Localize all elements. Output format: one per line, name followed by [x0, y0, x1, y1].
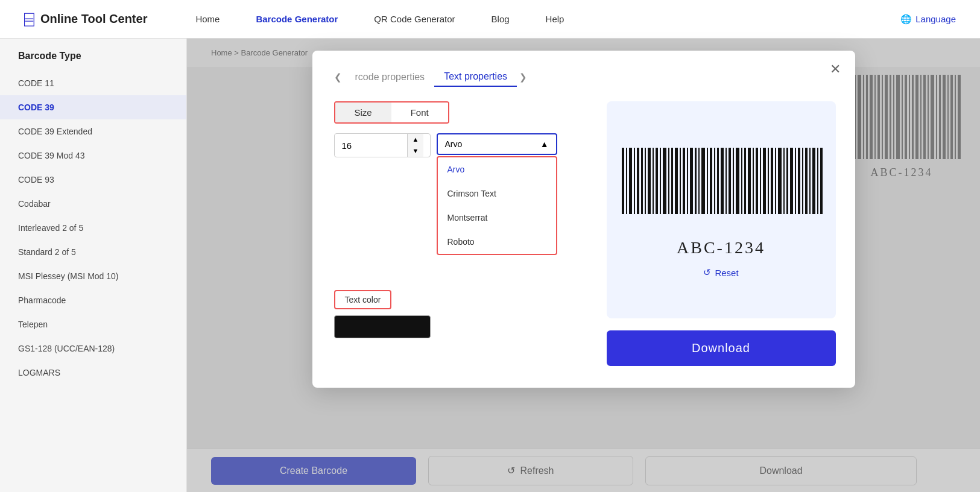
font-option-montserrat[interactable]: Montserrat: [438, 206, 556, 230]
svg-rect-52: [690, 148, 693, 214]
svg-rect-65: [741, 148, 742, 214]
subtab-font[interactable]: Font: [391, 102, 448, 122]
svg-rect-77: [786, 148, 788, 214]
globe-icon: 🌐: [900, 14, 912, 25]
main-layout: Barcode Type CODE 11 CODE 39 CODE 39 Ext…: [0, 39, 980, 492]
sidebar-item-telepen[interactable]: Telepen: [0, 312, 186, 336]
modal-overlay: ✕ ❮ rcode properties Text properties ❯ S…: [187, 39, 980, 492]
font-selected-label: Arvo: [445, 139, 463, 149]
sidebar-item-pharmacode[interactable]: Pharmacode: [0, 288, 186, 312]
svg-rect-42: [653, 148, 654, 214]
svg-rect-75: [778, 148, 782, 214]
svg-rect-39: [641, 148, 643, 214]
modal-close-button[interactable]: ✕: [830, 62, 841, 77]
sidebar-item-standard25[interactable]: Standard 2 of 5: [0, 240, 186, 264]
svg-rect-34: [622, 148, 624, 214]
svg-rect-53: [695, 148, 697, 214]
svg-rect-83: [809, 148, 811, 214]
prev-tab-arrow[interactable]: ❮: [334, 72, 342, 83]
svg-rect-58: [714, 148, 715, 214]
sidebar-title: Barcode Type: [0, 51, 186, 71]
font-select-header[interactable]: Arvo ▲: [437, 133, 557, 155]
nav-barcode-generator[interactable]: Barcode Generator: [256, 14, 338, 24]
size-input[interactable]: [335, 136, 407, 156]
nav-blog[interactable]: Blog: [492, 14, 510, 24]
size-down-button[interactable]: ▼: [408, 145, 424, 157]
size-up-button[interactable]: ▲: [408, 134, 424, 145]
svg-rect-38: [637, 148, 639, 214]
sidebar-item-codabar[interactable]: Codabar: [0, 192, 186, 216]
modal: ✕ ❮ rcode properties Text properties ❯ S…: [312, 51, 855, 388]
modal-tabs: ❮ rcode properties Text properties ❯: [334, 68, 833, 87]
svg-rect-48: [675, 148, 678, 214]
svg-rect-67: [748, 148, 751, 214]
reset-button[interactable]: ↺ Reset: [703, 267, 738, 278]
nav-help[interactable]: Help: [546, 14, 564, 24]
svg-rect-73: [771, 148, 773, 214]
font-dropdown: Arvo ▲ Arvo Crimson Text Montserrat Robo…: [437, 133, 557, 255]
svg-rect-60: [721, 148, 724, 214]
svg-rect-66: [744, 148, 746, 214]
color-swatch[interactable]: [334, 315, 431, 338]
svg-rect-55: [701, 148, 705, 214]
svg-rect-82: [805, 148, 808, 214]
font-option-crimson[interactable]: Crimson Text: [438, 181, 556, 206]
modal-right-panel: ABC-1234 ↺ Reset Download: [607, 101, 836, 366]
size-input-row: ▲ ▼ Arvo ▲ Arv: [334, 133, 587, 157]
svg-rect-86: [820, 148, 823, 214]
subtabs: Size Font: [334, 101, 449, 124]
svg-rect-56: [707, 148, 708, 214]
sidebar-item-code39mod43[interactable]: CODE 39 Mod 43: [0, 144, 186, 168]
svg-rect-54: [698, 148, 700, 214]
sidebar-item-interleaved[interactable]: Interleaved 2 of 5: [0, 216, 186, 240]
nav-home[interactable]: Home: [195, 14, 220, 24]
text-color-section: Text color: [334, 290, 587, 338]
logo-text: Online Tool Center: [40, 12, 147, 26]
reset-icon: ↺: [703, 267, 711, 278]
font-option-roboto[interactable]: Roboto: [438, 230, 556, 254]
sidebar-item-code93[interactable]: CODE 93: [0, 168, 186, 192]
svg-rect-79: [795, 148, 796, 214]
svg-rect-44: [660, 148, 661, 214]
svg-rect-41: [648, 148, 651, 214]
language-label: Language: [915, 14, 956, 24]
barcode-preview-box: ABC-1234 ↺ Reset: [607, 101, 836, 318]
size-spinners: ▲ ▼: [407, 134, 424, 157]
svg-rect-62: [729, 148, 731, 214]
barcode-svg-area: [619, 148, 824, 226]
svg-rect-80: [798, 148, 800, 214]
barcode-svg: [619, 148, 824, 226]
svg-rect-71: [763, 148, 766, 214]
tab-text-properties[interactable]: Text properties: [434, 68, 517, 87]
svg-rect-84: [812, 148, 815, 214]
svg-rect-74: [775, 148, 776, 214]
svg-rect-43: [656, 148, 658, 214]
svg-rect-81: [802, 148, 803, 214]
sidebar-item-msi[interactable]: MSI Plessey (MSI Mod 10): [0, 264, 186, 288]
subtab-size[interactable]: Size: [335, 102, 391, 122]
modal-download-button[interactable]: Download: [607, 330, 836, 366]
barcode-label: ABC-1234: [677, 238, 765, 257]
font-option-arvo[interactable]: Arvo: [438, 157, 556, 181]
tab-barcode-properties[interactable]: rcode properties: [346, 68, 435, 86]
svg-rect-69: [756, 148, 758, 214]
svg-rect-72: [768, 148, 769, 214]
svg-rect-59: [717, 148, 719, 214]
sidebar-item-code39ext[interactable]: CODE 39 Extended: [0, 119, 186, 144]
nav-qr-code[interactable]: QR Code Generator: [374, 14, 455, 24]
svg-rect-46: [668, 148, 669, 214]
reset-label: Reset: [715, 268, 738, 278]
sidebar-item-logmars[interactable]: LOGMARS: [0, 361, 186, 385]
svg-rect-61: [726, 148, 727, 214]
sidebar-item-code11[interactable]: CODE 11: [0, 71, 186, 95]
language-button[interactable]: 🌐 Language: [900, 14, 956, 25]
sidebar-item-gs1[interactable]: GS1-128 (UCC/EAN-128): [0, 336, 186, 361]
next-tab-arrow[interactable]: ❯: [519, 72, 527, 83]
svg-rect-68: [753, 148, 754, 214]
svg-rect-37: [634, 148, 635, 214]
svg-rect-70: [760, 148, 761, 214]
svg-rect-50: [683, 148, 685, 214]
svg-rect-40: [645, 148, 646, 214]
sidebar-item-code39[interactable]: CODE 39: [0, 95, 186, 119]
nav-links: Home Barcode Generator QR Code Generator…: [195, 14, 900, 24]
